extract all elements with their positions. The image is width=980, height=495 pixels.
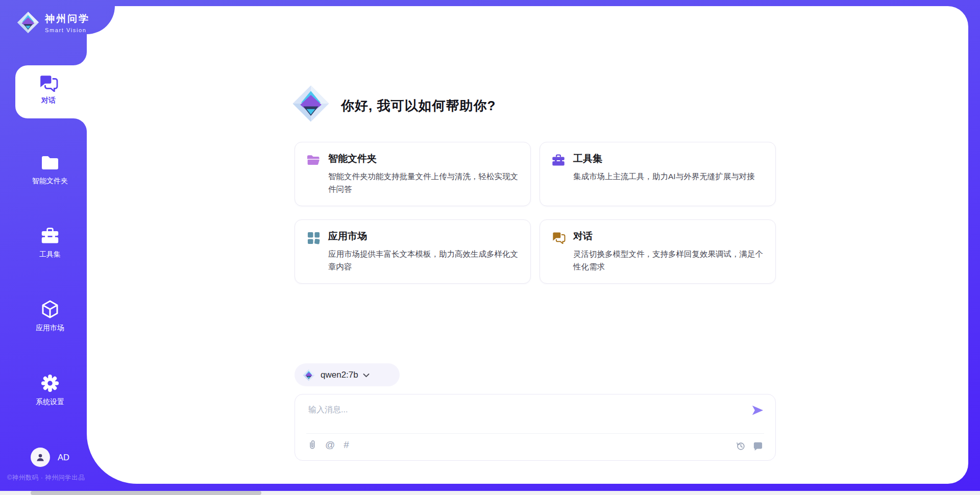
history-button[interactable] [736,441,746,451]
sidebar-item-label: 工具集 [39,250,61,259]
chat-bubbles-icon [552,232,566,244]
folder-open-icon [306,154,321,166]
chevron-down-icon [363,374,370,378]
user-name: AD [58,453,69,462]
card-title: 对话 [573,230,593,243]
brand-subtitle: Smart Vision [45,27,90,33]
sidebar-item-label: 系统设置 [36,398,64,407]
message-composer: @ # [295,394,776,461]
brand-title: 神州问学 [45,12,90,26]
send-icon [751,404,764,416]
assistant-logo-icon [292,85,330,122]
card-app-market[interactable]: 应用市场 应用市场提供丰富长文本模板，助力高效生成多样化文章内容 [295,219,531,284]
user-profile[interactable]: AD [31,448,69,467]
card-description: 智能文件夹功能支持批量文件上传与清洗，轻松实现文件问答 [328,170,519,195]
send-button[interactable] [751,404,764,418]
sidebar-item-chat[interactable]: 对话 [15,68,82,118]
card-title: 应用市场 [328,230,367,243]
sidebar-item-toolset[interactable]: 工具集 [14,226,86,259]
message-input[interactable] [308,403,717,417]
app-window: 神州问学 Smart Vision 对话 智能文件夹 [0,0,980,495]
sidebar-item-label: 智能文件夹 [32,177,68,186]
card-title: 工具集 [573,152,602,165]
model-selector[interactable]: qwen2:7b [295,363,400,386]
sidebar-item-app-market[interactable]: 应用市场 [14,299,86,333]
card-description: 应用市场提供丰富长文本模板，助力高效生成多样化文章内容 [328,247,519,273]
attach-icon [308,439,316,450]
brand: 神州问学 Smart Vision [45,12,90,33]
card-smart-folder[interactable]: 智能文件夹 智能文件夹功能支持批量文件上传与清洗，轻松实现文件问答 [295,142,531,206]
card-toolset[interactable]: 工具集 集成市场上主流工具，助力AI与外界无缝扩展与对接 [540,142,776,206]
model-name: qwen2:7b [321,370,358,380]
card-title: 智能文件夹 [328,152,377,165]
gear-icon [40,374,60,393]
mention-icon[interactable]: @ [325,440,335,450]
card-description: 集成市场上主流工具，助力AI与外界无缝扩展与对接 [573,170,764,183]
composer-divider [306,433,764,434]
avatar [31,448,50,467]
card-description: 灵活切换多模型文件，支持多样回复效果调试，满足个性化需求 [573,247,764,273]
user-avatar-icon [35,452,45,462]
cube-icon [41,300,59,319]
folder-icon [41,155,59,170]
greeting: 你好, 我可以如何帮助你? [341,97,496,115]
sidebar-item-label: 对话 [41,96,56,105]
toolbox-icon [552,154,565,167]
sidebar-item-smart-folder[interactable]: 智能文件夹 [14,152,86,186]
model-logo-icon [303,369,315,381]
history-icon [736,441,746,451]
hashtag-icon[interactable]: # [344,440,349,450]
brand-logo-icon [17,11,39,34]
chat-icon [39,75,58,92]
toolbox-icon [41,227,59,245]
feedback-button[interactable] [753,441,763,451]
sidebar-item-settings[interactable]: 系统设置 [14,373,86,407]
sidebar-item-label: 应用市场 [36,324,64,333]
attach-button[interactable] [308,439,316,450]
grid-icon [307,232,320,244]
feedback-icon [753,441,763,451]
copyright: ©神州数码 · 神州问学出品 [7,474,94,482]
card-chat[interactable]: 对话 灵活切换多模型文件，支持多样回复效果调试，满足个性化需求 [540,219,776,284]
horizontal-scrollbar-thumb[interactable] [31,491,261,495]
